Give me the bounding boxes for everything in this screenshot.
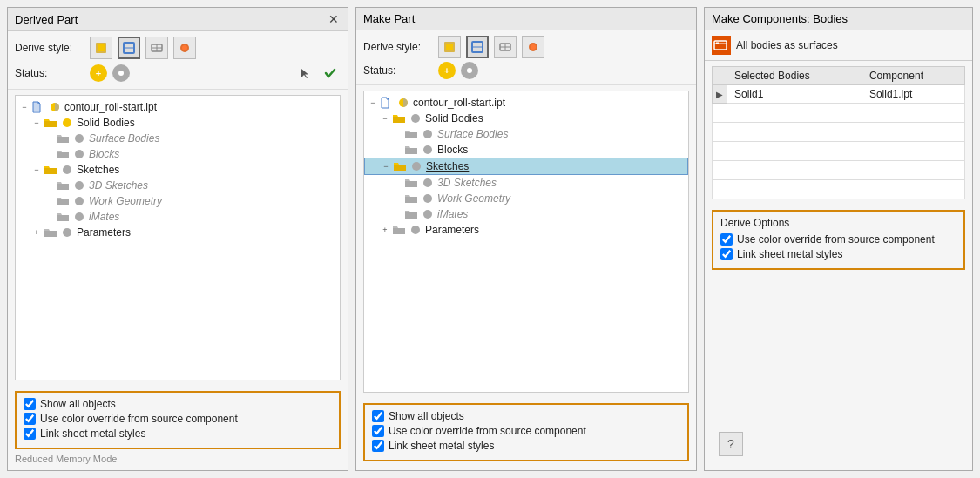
make-part-status-dot[interactable] [461,62,478,79]
middle-tree-imates[interactable]: iMates [364,206,688,222]
derive-style-btn-2[interactable] [118,37,140,59]
middle-tree-surface-bodies[interactable]: Surface Bodies [364,126,688,142]
sphere-icon-3d-sketches [72,178,86,192]
middle-expand-parameters[interactable]: + [380,225,390,235]
middle-link-sheet-checkbox[interactable] [372,440,384,452]
status-add-icon[interactable]: + [90,64,107,82]
middle-parameters-label: Parameters [425,224,479,236]
expand-parameters[interactable]: + [31,227,42,238]
expand-imates[interactable] [44,212,54,222]
middle-circle-icon [396,96,410,110]
divider-1 [705,60,972,61]
cursor-icon-btn[interactable] [295,63,316,84]
tree-item-surface-bodies[interactable]: Surface Bodies [16,131,340,146]
surface-bodies-label: Surface Bodies [89,132,159,145]
middle-work-label: Work Geometry [437,192,510,205]
derive-style-btn-3[interactable] [145,37,168,59]
svg-point-20 [63,165,71,174]
left-tree-container[interactable]: − contour_roll-start.ipt − Solid Bodies [15,95,341,380]
tree-item-parameters[interactable]: + Parameters [16,225,340,240]
expand-root[interactable]: − [19,102,30,112]
middle-expand-imates[interactable] [392,209,402,219]
middle-expand-3d-sketches[interactable] [392,178,402,188]
all-bodies-row: All bodies as surfaces [705,30,972,58]
svg-point-33 [531,44,536,50]
expand-sketches[interactable]: − [31,165,42,175]
tree-item-imates[interactable]: iMates [16,209,340,225]
left-show-all-checkbox[interactable] [24,398,36,410]
derive-style-btn-1[interactable] [90,37,112,59]
derive-style-btn-4[interactable] [173,37,196,59]
middle-tree-root[interactable]: − contour_roll-start.ipt [364,95,688,111]
middle-tree-sketches[interactable]: − Sketches [364,158,688,175]
check-icon-btn[interactable] [320,63,341,84]
tree-item-3d-sketches[interactable]: 3D Sketches [16,178,340,193]
solid-bodies-label: Solid Bodies [77,117,135,129]
middle-color-override-checkbox[interactable] [372,425,384,437]
expand-solid-bodies[interactable]: − [31,118,42,128]
middle-sphere-solid [409,111,422,125]
status-dot-icon[interactable] [112,64,130,82]
tree-item-sketches[interactable]: − Sketches [16,162,340,178]
middle-tree-solid-bodies[interactable]: − Solid Bodies [364,111,688,126]
middle-expand-surface[interactable] [392,129,402,139]
expand-work-geometry[interactable] [44,196,54,206]
left-link-sheet-checkbox[interactable] [24,428,36,440]
middle-color-override-label: Use color override from source component [389,425,586,437]
tree-item-solid-bodies[interactable]: − Solid Bodies [16,115,340,131]
expand-3d-sketches[interactable] [44,180,54,191]
tree-root-item[interactable]: − contour_roll-start.ipt [16,99,340,115]
svg-point-43 [423,145,432,154]
right-derive-options-title: Derive Options [720,217,956,229]
middle-tree-parameters[interactable]: + Parameters [364,222,688,238]
right-color-override-checkbox[interactable] [720,233,733,246]
derived-part-header: Derive style: Status: + [8,31,348,90]
table-row-empty-5 [713,180,965,199]
folder-icon-parameters [44,226,57,239]
make-part-derive-btn-3[interactable] [494,36,517,58]
middle-expand-solid[interactable]: − [380,113,390,124]
table-header-component: Component [862,67,964,85]
middle-tree-blocks[interactable]: Blocks [364,142,688,158]
make-part-status-add[interactable]: + [438,62,456,79]
derived-part-panel: Derived Part ✕ Derive style: Status: + [7,7,348,471]
folder-icon-surface-bodies [56,131,70,145]
left-color-override-checkbox[interactable] [24,413,36,425]
tree-item-blocks[interactable]: Blocks [16,146,340,162]
sphere-icon-parameters [60,226,74,239]
middle-expand-work-geometry[interactable] [392,193,402,204]
middle-tree-container[interactable]: − contour_roll-start.ipt − Solid Bodies [363,91,689,393]
middle-sphere-blocks [421,143,435,157]
expand-surface-bodies[interactable] [44,133,54,144]
make-part-derive-btn-1[interactable] [438,36,461,58]
make-part-title-bar: Make Part [356,8,696,30]
table-row-empty-4 [713,161,965,180]
middle-folder-parameters [392,223,406,237]
svg-point-22 [75,197,84,205]
svg-rect-26 [446,44,453,50]
svg-point-47 [423,210,432,219]
make-part-derive-btn-4[interactable] [522,36,544,58]
expand-blocks[interactable] [44,149,54,159]
middle-expand-blocks[interactable] [392,145,402,155]
middle-tree-3d-sketches[interactable]: 3D Sketches [364,175,688,191]
sphere-icon-imates [72,210,86,224]
make-part-derive-style-label: Derive style: [363,41,433,53]
right-link-sheet-checkbox[interactable] [720,248,733,260]
make-part-derive-btn-2[interactable] [466,36,489,58]
middle-expand-root[interactable]: − [368,98,378,108]
parameters-label: Parameters [77,226,131,239]
help-button[interactable]: ? [719,432,743,456]
close-button[interactable]: ✕ [327,12,341,26]
tree-item-work-geometry[interactable]: Work Geometry [16,193,340,209]
bodies-table: Selected Bodies Component ▶ Solid1 Solid… [712,66,965,199]
sphere-icon-surface-bodies [72,131,86,145]
middle-tree-work-geometry[interactable]: Work Geometry [364,191,688,206]
middle-expand-sketches[interactable]: − [381,161,391,172]
sketches-label: Sketches [77,164,119,176]
middle-show-all-checkbox[interactable] [372,410,384,422]
status-row: Status: + [15,63,341,84]
table-row[interactable]: ▶ Solid1 Solid1.ipt [713,85,965,104]
right-derive-options-box: Derive Options Use color override from s… [712,210,965,270]
middle-bottom-section: Show all objects Use color override from… [356,398,696,470]
